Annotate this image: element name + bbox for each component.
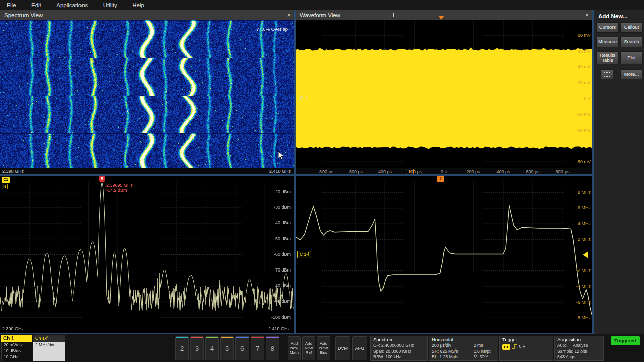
dvm-button[interactable]: DVM xyxy=(335,336,350,360)
measure-button[interactable]: Measure xyxy=(596,37,619,47)
y-axis-label-dbm: -100 dBm xyxy=(271,315,291,320)
spectrum-trace-mode-badge[interactable]: N xyxy=(2,184,8,189)
close-icon[interactable]: × xyxy=(287,10,291,20)
y-axis-label-dbm: -60 dBm xyxy=(274,252,291,257)
panel-divider[interactable] xyxy=(294,10,296,334)
channel-1f-scale: 2 MHz/div xyxy=(33,342,65,361)
mouse-cursor xyxy=(278,151,285,161)
menu-help[interactable]: Help xyxy=(126,0,151,10)
x-axis-label-time: 600 µs xyxy=(521,169,544,174)
badge-bar: Ch 1 20 mV/div 10 dB/div 10 GHz Ch 1-f 2… xyxy=(0,334,644,362)
horizontal-duration: 2 ms xyxy=(471,343,498,349)
x-axis-label-time: 0 s xyxy=(432,169,455,174)
channel-1f-name: Ch 1-f xyxy=(33,335,65,342)
y-axis-label-mhz: -8 MHz xyxy=(576,315,591,320)
y-axis-label-mhz: 2 MHz xyxy=(578,237,591,242)
horizontal-sample-rate: SR: 625 MS/s xyxy=(429,349,470,355)
cursors-button[interactable]: Cursors xyxy=(596,22,619,33)
channel-7-label: 7 xyxy=(251,338,264,359)
x-axis-label-time: 400 µs xyxy=(492,169,515,174)
menu-file[interactable]: File xyxy=(0,0,23,10)
trace-level-arrow[interactable] xyxy=(583,251,588,258)
channel-3-button[interactable]: 3 xyxy=(190,336,204,360)
frequency-trace-plot[interactable] xyxy=(296,176,592,333)
spectrum-view-header[interactable]: Spectrum View × xyxy=(0,10,294,20)
panel-divider[interactable] xyxy=(0,174,294,176)
y-axis-label-mhz: 4 MHz xyxy=(578,221,591,226)
add-math-line: New xyxy=(290,346,298,350)
peak-marker-pin[interactable]: R xyxy=(99,176,105,182)
channel-5-label: 5 xyxy=(221,338,233,359)
channel-1-bandwidth: 10 GHz xyxy=(2,354,32,360)
channel-2-button[interactable]: 2 xyxy=(175,336,189,360)
math-channel-badge[interactable]: C 1-f xyxy=(297,251,311,258)
channel-7-button[interactable]: 7 xyxy=(251,336,264,360)
close-icon[interactable]: × xyxy=(585,10,589,20)
spectrogram-plot[interactable] xyxy=(0,20,294,168)
acquisition-settings-badge[interactable]: Acquisition Auto, Analyze Sample: 12 bit… xyxy=(554,336,604,361)
peak-marker-stem xyxy=(102,182,102,184)
x-axis-label-time: -600 µs xyxy=(344,169,367,174)
add-new-bus-button[interactable]: Add New Bus xyxy=(317,336,330,360)
add-new-sidebar: Add New... Cursors Callout Measure Searc… xyxy=(594,10,644,334)
horizontal-position-bracket[interactable] xyxy=(393,15,489,15)
x-axis-label-time: 800 µs xyxy=(551,169,574,174)
search-button[interactable]: Search xyxy=(620,37,643,47)
results-table-button[interactable]: Results Table xyxy=(596,51,619,64)
horizontal-record-length: RL: 1.25 Mpts xyxy=(429,354,470,360)
panel-divider[interactable] xyxy=(296,174,592,176)
trigger-marker[interactable]: T xyxy=(437,175,444,182)
y-axis-label-mhz: 6 MHz xyxy=(578,205,591,210)
channel-label[interactable]: C 1 xyxy=(300,95,308,101)
more-button[interactable]: More... xyxy=(620,69,643,79)
plot-button[interactable]: Plot xyxy=(620,51,643,64)
spectrogram-axis: 2.390 GHz 2.410 GHz xyxy=(0,168,294,174)
spectrum-channel-badge[interactable]: C1 xyxy=(2,177,10,183)
spectrum-settings-badge[interactable]: Spectrum CF: 2.40000000 GHz Span: 20.000… xyxy=(370,336,428,361)
add-math-line: Math xyxy=(290,350,299,355)
y-axis-label-mv: -80 mV xyxy=(576,159,591,164)
y-axis-label-mv: 0 V xyxy=(584,96,591,101)
horizontal-position-value: 50% xyxy=(479,354,488,359)
spectrum-trace-plot[interactable] xyxy=(0,176,294,333)
zoom-overview-icon xyxy=(604,72,610,77)
spectrum-x-right: 2.410 GHz xyxy=(268,326,290,331)
x-axis-label-time: 200 µs xyxy=(462,169,485,174)
channel-3-label: 3 xyxy=(191,338,203,359)
peak-marker-level: -14.2 dBm xyxy=(106,188,127,193)
channel-1f-badge[interactable]: Ch 1-f 2 MHz/div xyxy=(33,335,65,361)
horizontal-position: 50% xyxy=(471,354,498,360)
sidebar-title: Add New... xyxy=(598,13,627,19)
channel-6-button[interactable]: 6 xyxy=(235,336,249,360)
spectrum-x-left: 2.390 GHz xyxy=(2,326,24,331)
menu-edit[interactable]: Edit xyxy=(25,0,48,10)
channel-6-label: 6 xyxy=(236,338,249,359)
trigger-settings-badge[interactable]: Trigger C1 0 V xyxy=(499,336,553,361)
channel-8-label: 8 xyxy=(266,338,279,359)
channel-1-badge[interactable]: Ch 1 20 mV/div 10 dB/div 10 GHz xyxy=(1,335,32,361)
channel-8-button[interactable]: 8 xyxy=(266,336,279,360)
callout-button[interactable]: Callout xyxy=(620,22,643,33)
y-axis-label-mv: 60 mV xyxy=(578,49,591,54)
channel-5-button[interactable]: 5 xyxy=(220,336,234,360)
menu-applications[interactable]: Applications xyxy=(50,0,94,10)
trigger-position-icon[interactable] xyxy=(438,16,444,20)
y-axis-label-dbm: -20 dBm xyxy=(274,189,291,194)
channel-4-button[interactable]: 4 xyxy=(205,336,219,360)
afg-button[interactable]: AFG xyxy=(352,336,367,360)
horizontal-badge-title: Horizontal xyxy=(429,336,498,343)
horizontal-resolution: 1.6 ns/pt xyxy=(471,349,498,355)
acquisition-analyze[interactable]: Analyze xyxy=(573,343,588,348)
horizontal-settings-badge[interactable]: Horizontal 200 µs/div SR: 625 MS/s RL: 1… xyxy=(429,336,498,361)
y-axis-label-mhz: -2 MHz xyxy=(576,268,591,273)
menu-utility[interactable]: Utility xyxy=(97,0,124,10)
channel-1-name: Ch 1 xyxy=(1,335,32,342)
add-bus-line: Add xyxy=(320,341,327,346)
overlap-readout: 77.6% Overlap xyxy=(256,26,288,32)
zoom-overview-button[interactable] xyxy=(600,69,613,79)
add-new-ref-button[interactable]: Add New Ref xyxy=(302,336,315,360)
add-new-math-button[interactable]: Add New Math xyxy=(288,336,301,360)
y-axis-label-mv: 20 mV xyxy=(578,80,591,85)
expansion-point-marker[interactable] xyxy=(406,169,414,174)
rf-waveform-plot[interactable] xyxy=(296,20,592,168)
